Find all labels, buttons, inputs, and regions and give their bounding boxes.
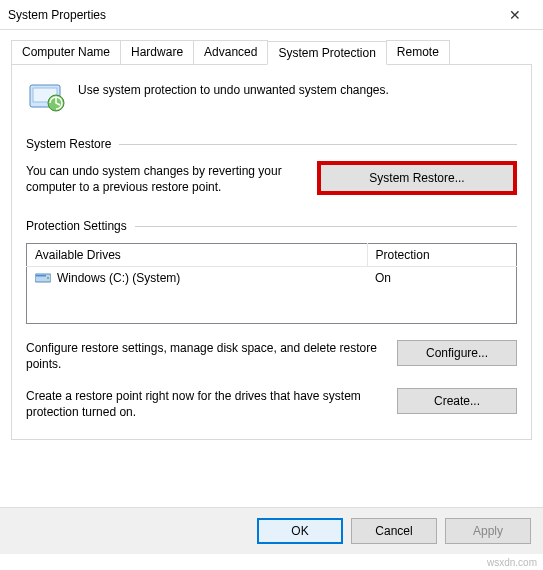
table-row[interactable]: Windows (C:) (System) On (27, 267, 517, 290)
cancel-button[interactable]: Cancel (351, 518, 437, 544)
svg-rect-4 (36, 275, 46, 277)
divider (135, 226, 517, 227)
drives-table: Available Drives Protection Windows (C: (26, 243, 517, 324)
col-header-protection[interactable]: Protection (367, 244, 516, 267)
tab-hardware[interactable]: Hardware (120, 40, 194, 64)
tab-computer-name[interactable]: Computer Name (11, 40, 121, 64)
ok-button[interactable]: OK (257, 518, 343, 544)
tab-panel-system-protection: Use system protection to undo unwanted s… (11, 64, 532, 440)
svg-point-5 (47, 277, 49, 279)
restore-description: You can undo system changes by reverting… (26, 161, 301, 195)
create-button[interactable]: Create... (397, 388, 517, 414)
apply-button[interactable]: Apply (445, 518, 531, 544)
tab-system-protection[interactable]: System Protection (267, 41, 386, 65)
system-protection-icon (26, 79, 66, 115)
divider (119, 144, 517, 145)
dialog-footer: OK Cancel Apply (0, 507, 543, 554)
configure-description: Configure restore settings, manage disk … (26, 340, 385, 372)
drive-icon (35, 272, 51, 284)
create-description: Create a restore point right now for the… (26, 388, 385, 420)
drive-protection: On (367, 267, 516, 290)
window-title: System Properties (8, 8, 495, 22)
close-icon[interactable]: ✕ (495, 7, 535, 23)
system-restore-button[interactable]: System Restore... (317, 161, 517, 195)
intro-text: Use system protection to undo unwanted s… (78, 79, 389, 97)
tab-advanced[interactable]: Advanced (193, 40, 268, 64)
drive-name: Windows (C:) (System) (57, 271, 180, 285)
section-protection-header: Protection Settings (26, 219, 127, 233)
titlebar: System Properties ✕ (0, 0, 543, 30)
configure-button[interactable]: Configure... (397, 340, 517, 366)
tab-remote[interactable]: Remote (386, 40, 450, 64)
col-header-drives[interactable]: Available Drives (27, 244, 368, 267)
tabstrip: Computer Name Hardware Advanced System P… (11, 40, 532, 64)
section-restore-header: System Restore (26, 137, 111, 151)
watermark: wsxdn.com (487, 557, 537, 568)
